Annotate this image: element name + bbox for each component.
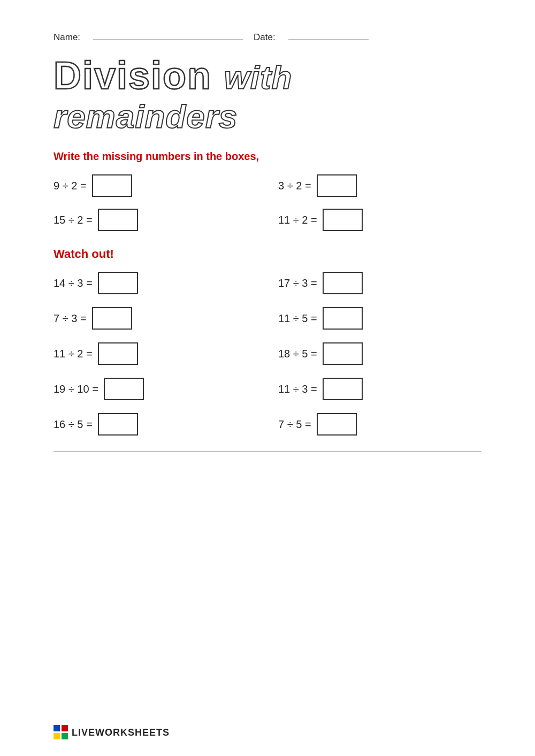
section1-instruction: Write the missing numbers in the boxes,: [54, 150, 482, 163]
problem-label: 17 ÷ 3 =: [278, 277, 317, 289]
section1-problems-grid: 9 ÷ 2 = 3 ÷ 2 = 15 ÷ 2 = 11 ÷ 2 =: [54, 174, 482, 231]
liveworksheets-logo: LIVEWORKSHEETS: [54, 725, 170, 740]
problem-row: 9 ÷ 2 =: [54, 174, 257, 197]
title-main: Division: [54, 54, 212, 97]
answer-box[interactable]: [98, 272, 138, 294]
problem-row: 7 ÷ 5 =: [278, 413, 482, 436]
problem-label: 18 ÷ 5 =: [278, 348, 317, 360]
watchout-label: Watch out!: [54, 247, 482, 261]
answer-box[interactable]: [317, 413, 357, 436]
problem-label: 15 ÷ 2 =: [54, 214, 93, 226]
answer-box[interactable]: [92, 307, 132, 330]
problem-row: 19 ÷ 10 =: [54, 378, 257, 400]
problem-row: 18 ÷ 5 =: [278, 342, 482, 365]
problem-label: 11 ÷ 5 =: [278, 312, 317, 325]
answer-box[interactable]: [323, 209, 363, 231]
worksheet-page: Name: Date: Division with remainders Wri…: [0, 0, 535, 756]
problem-label: 3 ÷ 2 =: [278, 180, 311, 192]
problem-row: 3 ÷ 2 =: [278, 174, 482, 197]
problem-label: 7 ÷ 3 =: [54, 312, 87, 325]
problem-label: 7 ÷ 5 =: [278, 418, 311, 431]
answer-box[interactable]: [323, 342, 363, 365]
brand-name: LIVEWORKSHEETS: [72, 727, 170, 738]
answer-box[interactable]: [92, 174, 132, 197]
answer-box[interactable]: [323, 307, 363, 330]
answer-box[interactable]: [98, 209, 138, 231]
problem-row: 11 ÷ 3 =: [278, 378, 482, 400]
logo-square-yellow: [54, 733, 60, 739]
answer-box[interactable]: [98, 342, 138, 365]
problem-row: 11 ÷ 2 =: [278, 209, 482, 231]
answer-box[interactable]: [104, 378, 144, 400]
problem-label: 11 ÷ 3 =: [278, 383, 317, 395]
name-label: Name:: [54, 32, 80, 43]
problem-row: 7 ÷ 3 =: [54, 307, 257, 330]
title-area: Division with remainders: [54, 54, 482, 135]
footer: LIVEWORKSHEETS: [54, 725, 170, 740]
answer-box[interactable]: [317, 174, 357, 197]
problem-label: 9 ÷ 2 =: [54, 180, 87, 192]
problem-label: 14 ÷ 3 =: [54, 277, 93, 289]
problem-label: 16 ÷ 5 =: [54, 418, 93, 431]
problem-row: 15 ÷ 2 =: [54, 209, 257, 231]
problem-row: 11 ÷ 5 =: [278, 307, 482, 330]
date-line[interactable]: [288, 40, 369, 40]
problem-row: 14 ÷ 3 =: [54, 272, 257, 294]
answer-box[interactable]: [323, 378, 363, 400]
problem-row: 17 ÷ 3 =: [278, 272, 482, 294]
logo-square-blue: [54, 725, 60, 731]
logo-square-green: [62, 733, 68, 739]
divider-line: [54, 452, 482, 452]
logo-square-red: [62, 725, 68, 731]
date-label: Date:: [254, 32, 276, 43]
problem-row: 11 ÷ 2 =: [54, 342, 257, 365]
logo-squares: [54, 725, 68, 740]
answer-box[interactable]: [323, 272, 363, 294]
problem-label: 11 ÷ 2 =: [54, 348, 93, 360]
problem-row: 16 ÷ 5 =: [54, 413, 257, 436]
problem-label: 19 ÷ 10 =: [54, 383, 98, 395]
name-date-row: Name: Date:: [54, 32, 482, 43]
name-line[interactable]: [93, 40, 243, 40]
answer-box[interactable]: [98, 413, 138, 436]
problem-label: 11 ÷ 2 =: [278, 214, 317, 226]
section2-problems-grid: 14 ÷ 3 = 17 ÷ 3 = 7 ÷ 3 = 11 ÷ 5 = 11 ÷ …: [54, 272, 482, 436]
